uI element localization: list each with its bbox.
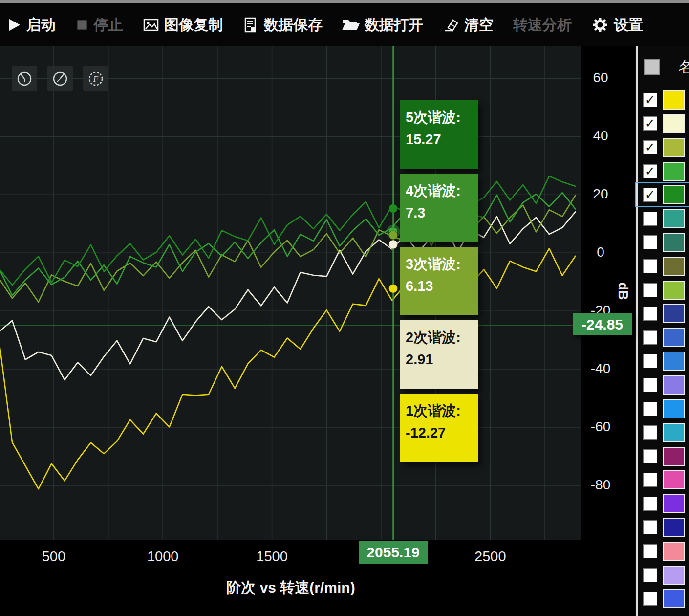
series-visibility-checkbox[interactable]: ✓	[643, 116, 657, 131]
svg-text:F: F	[93, 74, 99, 84]
series-visibility-checkbox[interactable]	[643, 235, 657, 249]
legend-row[interactable]	[635, 492, 689, 516]
legend-row[interactable]	[635, 326, 689, 350]
series-visibility-checkbox[interactable]: ✓	[643, 140, 657, 154]
series-color-swatch[interactable]	[663, 233, 685, 252]
series-color-swatch[interactable]	[663, 138, 685, 157]
chart-mini-toolbar: F	[12, 66, 108, 91]
series-visibility-checkbox[interactable]	[643, 212, 657, 226]
chart-canvas[interactable]	[0, 46, 581, 540]
series-color-swatch[interactable]	[663, 399, 685, 418]
toolbar-button-clear[interactable]: 清空	[443, 15, 494, 35]
legend-row[interactable]	[635, 587, 689, 611]
series-color-swatch[interactable]	[663, 281, 685, 300]
legend-panel: 名 ✓✓✓✓✓	[635, 46, 689, 616]
legend-row[interactable]: ✓	[635, 183, 689, 207]
legend-header-checkbox[interactable]	[644, 59, 660, 75]
series-color-swatch[interactable]	[663, 328, 685, 347]
legend-row[interactable]	[635, 563, 689, 587]
toolbar-button-data-open[interactable]: 数据打开	[342, 15, 423, 35]
y-tick-label: 0	[583, 244, 618, 260]
series-visibility-checkbox[interactable]	[643, 592, 657, 606]
legend-row[interactable]	[635, 420, 689, 444]
series-visibility-checkbox[interactable]	[643, 259, 657, 273]
series-visibility-checkbox[interactable]	[643, 354, 657, 368]
series-visibility-checkbox[interactable]: ✓	[643, 188, 657, 202]
legend-row[interactable]	[635, 207, 689, 231]
x-tick-labels: 5001000150020002500	[0, 549, 581, 569]
legend-row[interactable]	[635, 373, 689, 397]
x-tick-label: 2500	[474, 549, 506, 565]
legend-row[interactable]: ✓	[635, 159, 689, 183]
x-tick-label: 500	[42, 549, 65, 565]
series-visibility-checkbox[interactable]: ✓	[643, 164, 657, 178]
app-window: 启动停止图像复制数据保存数据打开清空转速分析设置 F 5001000150020…	[0, 0, 689, 616]
series-color-swatch[interactable]	[663, 352, 685, 371]
legend-row[interactable]	[635, 539, 689, 563]
series-color-swatch[interactable]	[663, 304, 685, 323]
series-line	[0, 248, 576, 489]
toolbar-button-image-copy[interactable]: 图像复制	[143, 15, 223, 35]
toolbar-button-start[interactable]: 启动	[7, 15, 56, 35]
series-color-swatch[interactable]	[663, 518, 685, 537]
series-color-swatch[interactable]	[663, 542, 685, 561]
y-tick-label: -60	[583, 419, 618, 435]
series-color-swatch[interactable]	[663, 209, 685, 228]
series-visibility-checkbox[interactable]	[643, 402, 657, 416]
legend-row[interactable]	[635, 397, 689, 421]
series-visibility-checkbox[interactable]	[643, 283, 657, 297]
y-tick-label: -40	[583, 361, 618, 376]
stop-icon	[75, 18, 89, 32]
x-axis-title: 阶次 vs 转速(r/min)	[0, 578, 581, 598]
series-color-swatch[interactable]	[663, 423, 685, 442]
series-visibility-checkbox[interactable]	[643, 378, 657, 392]
series-color-swatch[interactable]	[663, 494, 685, 513]
toolbar-button-label: 清空	[464, 15, 494, 35]
legend-row[interactable]	[635, 468, 689, 492]
series-color-swatch[interactable]	[663, 566, 685, 585]
series-visibility-checkbox[interactable]	[643, 425, 657, 440]
x-tick-label: 1000	[147, 549, 179, 565]
series-visibility-checkbox[interactable]	[643, 330, 657, 345]
series-color-swatch[interactable]	[663, 375, 685, 395]
series-color-swatch[interactable]	[663, 447, 685, 466]
series-color-swatch[interactable]	[663, 470, 685, 489]
legend-row[interactable]	[635, 254, 689, 278]
series-visibility-checkbox[interactable]: ✓	[643, 93, 657, 107]
series-visibility-checkbox[interactable]	[643, 520, 657, 534]
legend-row[interactable]: ✓	[635, 112, 689, 136]
chart-area[interactable]: F	[0, 46, 581, 540]
legend-row[interactable]	[635, 350, 689, 374]
x-tick-label: 1500	[256, 549, 288, 565]
legend-row[interactable]	[635, 278, 689, 302]
gauge-tool-button-2[interactable]	[47, 66, 73, 91]
series-visibility-checkbox[interactable]	[643, 544, 657, 558]
series-line	[0, 193, 576, 295]
series-color-swatch[interactable]	[663, 589, 685, 608]
legend-row[interactable]	[635, 231, 689, 255]
series-visibility-checkbox[interactable]	[643, 568, 657, 582]
function-tool-button[interactable]: F	[83, 66, 108, 91]
gauge-tool-button-1[interactable]	[12, 66, 37, 91]
series-color-swatch[interactable]	[663, 114, 685, 133]
toolbar-button-data-save[interactable]: 数据保存	[242, 15, 323, 35]
y-tick-label: -80	[583, 477, 618, 493]
legend-row[interactable]: ✓	[635, 135, 689, 159]
legend-row[interactable]: ✓	[635, 88, 689, 112]
cursor-marker	[389, 204, 398, 213]
legend-row[interactable]	[635, 444, 689, 468]
series-color-swatch[interactable]	[663, 90, 685, 110]
series-color-swatch[interactable]	[663, 185, 685, 204]
series-visibility-checkbox[interactable]	[643, 497, 657, 511]
toolbar-button-label: 图像复制	[164, 15, 223, 35]
legend-row[interactable]	[635, 516, 689, 540]
series-visibility-checkbox[interactable]	[643, 307, 657, 321]
series-visibility-checkbox[interactable]	[643, 449, 657, 463]
y-tick-label: 20	[583, 186, 618, 202]
series-visibility-checkbox[interactable]	[643, 473, 657, 487]
series-color-swatch[interactable]	[663, 162, 685, 181]
series-color-swatch[interactable]	[663, 257, 685, 276]
series-line	[0, 212, 576, 380]
data-save-icon	[242, 17, 259, 33]
legend-row[interactable]	[635, 302, 689, 326]
